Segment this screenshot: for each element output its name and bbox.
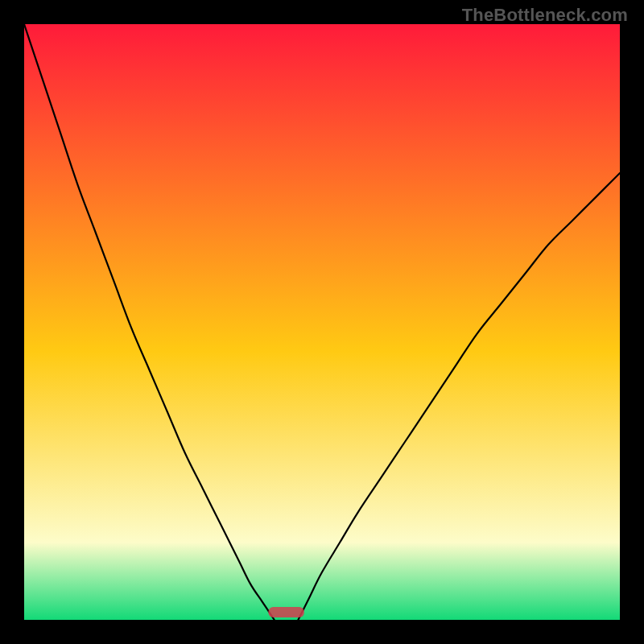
chart-frame: TheBottleneck.com (0, 0, 644, 644)
watermark-text: TheBottleneck.com (462, 5, 628, 26)
chart-svg (24, 24, 620, 620)
optimal-marker (268, 607, 303, 617)
gradient-background (24, 24, 620, 620)
plot-area (24, 24, 620, 620)
